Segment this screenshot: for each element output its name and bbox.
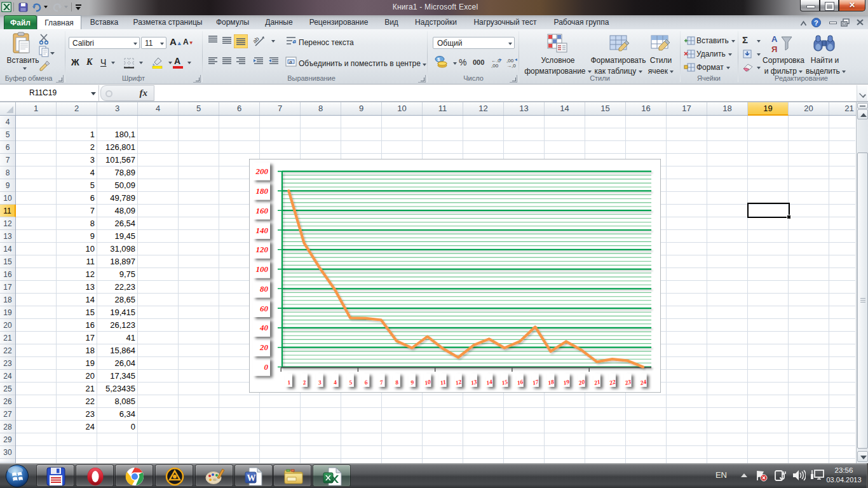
svg-text:→,0: →,0 [506, 63, 516, 69]
svg-text:200: 200 [255, 166, 269, 176]
svg-text:180: 180 [256, 186, 269, 196]
svg-text:А: А [771, 34, 778, 44]
svg-text:140: 140 [256, 226, 269, 235]
svg-text:160: 160 [256, 206, 269, 215]
svg-text:a: a [289, 59, 292, 65]
svg-text:,00: ,00 [491, 63, 499, 69]
svg-text:Я: Я [771, 44, 777, 54]
svg-text:20: 20 [259, 342, 269, 352]
svg-text:40: 40 [259, 323, 269, 332]
svg-text:60: 60 [260, 304, 269, 313]
svg-text:0: 0 [264, 362, 269, 372]
svg-text:100: 100 [256, 264, 269, 274]
svg-text:$: $ [437, 57, 440, 62]
svg-text:120: 120 [256, 245, 269, 254]
svg-text:W: W [247, 473, 256, 483]
svg-text:?: ? [814, 19, 818, 27]
svg-text:ab: ab [253, 36, 261, 44]
svg-text:80: 80 [260, 284, 269, 294]
